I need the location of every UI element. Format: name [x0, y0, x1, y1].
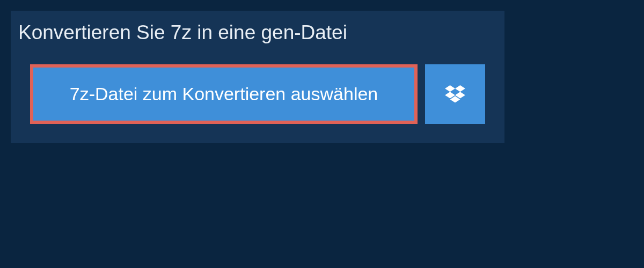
- dropbox-icon: [445, 85, 465, 103]
- svg-marker-0: [445, 85, 455, 92]
- dropbox-button[interactable]: [425, 64, 485, 124]
- svg-marker-1: [455, 85, 465, 92]
- select-file-label: 7z-Datei zum Konvertieren auswählen: [70, 84, 378, 105]
- page-title: Konvertieren Sie 7z in eine gen-Datei: [11, 11, 362, 57]
- converter-panel: Konvertieren Sie 7z in eine gen-Datei 7z…: [11, 11, 504, 143]
- button-row: 7z-Datei zum Konvertieren auswählen: [11, 57, 504, 143]
- select-file-button[interactable]: 7z-Datei zum Konvertieren auswählen: [30, 64, 418, 124]
